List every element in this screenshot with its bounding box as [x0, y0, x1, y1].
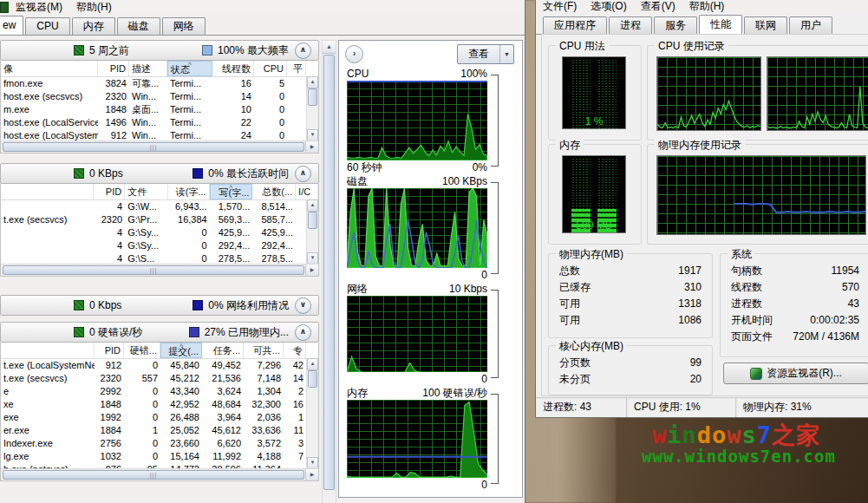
table-cell: 6,943...	[168, 200, 210, 213]
column-header[interactable]: I/C	[296, 184, 318, 199]
scroll-thumb[interactable]	[308, 212, 317, 229]
column-header[interactable]: 平	[287, 61, 306, 76]
chevron-up-icon[interactable]: ∧	[295, 166, 311, 182]
chevron-up-icon[interactable]: ∧	[295, 42, 311, 59]
cpu-table-hscrollbar[interactable]: ||| ▶	[1, 140, 318, 153]
cpu-table-vscrollbar[interactable]: ▲ ▼	[306, 76, 318, 141]
column-header[interactable]: CPU	[254, 61, 287, 76]
chevron-up-icon[interactable]: ∧	[295, 324, 311, 341]
network-section-header[interactable]: 0 Kbps 0% 网络利用情况 ∨	[0, 295, 319, 316]
column-header[interactable]: 描述	[129, 61, 167, 76]
column-header[interactable]: 文件	[125, 184, 168, 199]
table-row[interactable]: Indexer.exe2756023,6606,6203,5723	[1, 437, 318, 450]
table-cell: 10	[212, 103, 254, 116]
column-header[interactable]: 可共...	[244, 343, 284, 358]
disk-section-header[interactable]: 0 KBps 0% 最长活跃时间 ∧	[0, 163, 319, 184]
table-cell: m.exe	[1, 103, 98, 116]
scroll-up-icon[interactable]: ▲	[323, 41, 336, 54]
watermark-letter: i	[667, 421, 682, 448]
expand-right-icon[interactable]: ›	[345, 45, 363, 63]
column-header[interactable]: 提交(...	[160, 343, 202, 358]
column-header[interactable]: PID	[94, 184, 125, 199]
tab-applications[interactable]: 应用程序	[543, 16, 607, 34]
disk-table-hscrollbar[interactable]: ||| ▶	[1, 264, 318, 276]
tab-performance[interactable]: 性能	[699, 15, 742, 34]
column-header[interactable]: PID	[95, 343, 124, 358]
cpu-section-header[interactable]: 5 周之前 100% 最大频率 ∧	[0, 40, 319, 61]
table-row[interactable]: t.exe (LocalSystemNetwo...912045,84049,4…	[1, 359, 318, 372]
resource-monitor-button[interactable]: 资源监视器(R)...	[723, 363, 868, 384]
tab-users[interactable]: 用户	[789, 16, 832, 34]
scroll-right-icon[interactable]: ▶	[305, 141, 318, 153]
column-header[interactable]: 总数(...	[252, 184, 296, 199]
table-cell: 2320	[98, 90, 129, 103]
column-header[interactable]: PID	[98, 61, 129, 76]
scroll-down-icon[interactable]: ▼	[307, 252, 318, 265]
table-row[interactable]: host.exe (LocalServiceNo...1496Win...Ter…	[1, 116, 318, 129]
scroll-thumb[interactable]	[323, 55, 335, 490]
view-button[interactable]: 查看 ▼	[457, 44, 514, 64]
menu-help[interactable]: 帮助(H)	[689, 0, 725, 14]
scroll-down-icon[interactable]: ▼	[307, 457, 318, 469]
scroll-up-icon[interactable]: ▲	[307, 199, 318, 212]
tab-memory[interactable]: 内存	[72, 17, 115, 35]
scroll-thumb[interactable]: |||	[3, 142, 304, 152]
scroll-thumb[interactable]: |||	[3, 265, 304, 275]
scroll-up-icon[interactable]: ▲	[307, 358, 318, 370]
column-header[interactable]: 线程数	[212, 61, 254, 76]
scroll-right-icon[interactable]: ▶	[305, 469, 318, 480]
memory-table-hscrollbar[interactable]: ||| ▶	[1, 468, 318, 480]
column-header[interactable]: 读(字...	[168, 184, 210, 199]
menu-file[interactable]: 文件(F)	[543, 0, 577, 14]
tab-services[interactable]: 服务	[654, 16, 697, 34]
table-row[interactable]: exe1992026,4883,9642,0361	[1, 411, 318, 424]
table-row[interactable]: t.exe (secsvcs)2320G:\Pr...16,384569,3..…	[1, 213, 318, 226]
table-cell: 49,452	[202, 359, 244, 372]
chevron-down-icon[interactable]: ∨	[295, 297, 311, 314]
view-button-label[interactable]: 查看	[458, 45, 499, 63]
menu-options[interactable]: 选项(O)	[591, 0, 626, 14]
table-row[interactable]: m.exe1848桌面...Termi...100	[1, 103, 318, 116]
main-vscrollbar[interactable]: ▲	[322, 40, 336, 503]
menu-monitor[interactable]: 监视器(M)	[16, 0, 62, 15]
table-row[interactable]: 4G:\Sy...0292,4...292,4...	[1, 239, 318, 252]
chevron-down-icon[interactable]: ▼	[499, 45, 513, 63]
table-row[interactable]: er.exe1884125,05245,61233,63611	[1, 424, 318, 437]
table-row[interactable]: 4G:\Sy...0425,9...425,9...	[1, 226, 318, 239]
scroll-thumb[interactable]	[308, 88, 317, 106]
tab-networking[interactable]: 联网	[744, 16, 787, 34]
table-cell: 1,304	[244, 385, 284, 398]
menu-view[interactable]: 查看(V)	[641, 0, 675, 14]
tab-disk[interactable]: 磁盘	[117, 17, 160, 35]
table-row[interactable]: e2992043,3403,6241,3042	[1, 385, 318, 398]
column-header[interactable]: 像	[1, 61, 98, 76]
tab-processes[interactable]: 进程	[609, 16, 652, 34]
scroll-down-icon[interactable]: ▼	[307, 129, 318, 141]
column-header[interactable]: 状态	[167, 61, 212, 76]
table-cell: 1496	[98, 116, 129, 129]
tab-cpu[interactable]: CPU	[25, 17, 69, 35]
memory-section-header[interactable]: 0 硬错误/秒 27% 已用物理内... ∧	[0, 322, 319, 343]
scroll-thumb[interactable]: |||	[3, 470, 304, 480]
tab-overview[interactable]: ew	[0, 16, 23, 35]
column-header[interactable]: 写(字...	[210, 184, 253, 199]
disk-table-vscrollbar[interactable]: ▲ ▼	[306, 199, 318, 265]
column-header[interactable]	[1, 184, 94, 199]
memory-table-vscrollbar[interactable]: ▲ ▼	[306, 358, 318, 469]
scroll-thumb[interactable]	[308, 370, 317, 388]
table-cell: 42,952	[160, 398, 202, 411]
column-header[interactable]: 任务...	[202, 343, 244, 358]
table-row[interactable]: xe1848042,95248,68432,30016	[1, 398, 318, 411]
column-header[interactable]	[1, 343, 95, 358]
table-row[interactable]: fmon.exe3824可靠...Termi...165	[1, 77, 318, 90]
tab-network[interactable]: 网络	[162, 17, 206, 35]
table-row[interactable]: lg.exe1032015,16411,9924,1887	[1, 450, 318, 463]
table-row[interactable]: 4G:\W...6,943...1,570...8,514...	[1, 200, 318, 213]
table-row[interactable]: host.exe (secsvcs)2320Win...Termi...140	[1, 90, 318, 103]
column-header[interactable]: 专	[284, 343, 306, 358]
table-row[interactable]: t.exe (secsvcs)232055745,21221,5367,1481…	[1, 372, 318, 385]
scroll-up-icon[interactable]: ▲	[307, 76, 318, 88]
menu-help[interactable]: 帮助(H)	[76, 0, 112, 15]
column-header[interactable]: 硬错...	[124, 343, 160, 358]
scroll-right-icon[interactable]: ▶	[305, 265, 318, 276]
